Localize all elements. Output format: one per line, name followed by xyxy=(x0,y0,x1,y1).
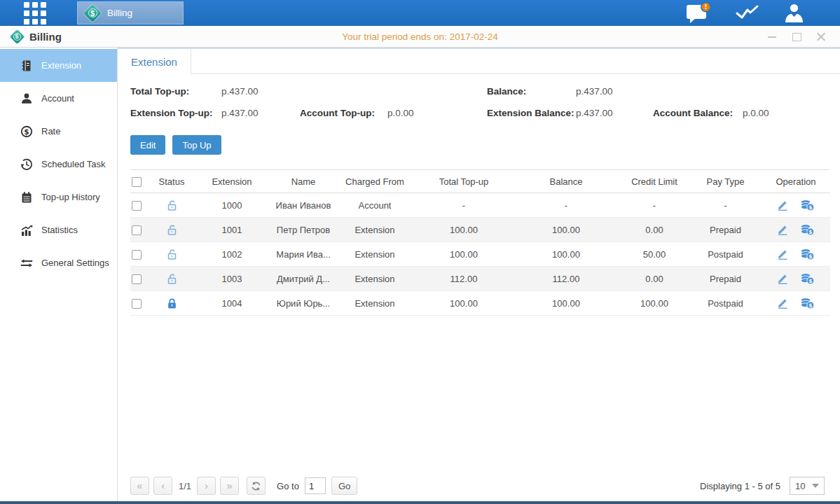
clock-history-icon xyxy=(20,158,33,171)
svg-text:$: $ xyxy=(808,228,812,234)
cell-pay-type: - xyxy=(689,193,762,218)
bottom-strip xyxy=(0,501,840,504)
sidebar-item-scheduled-task[interactable]: Scheduled Task xyxy=(0,148,117,181)
system-topbar: $ Billing ! xyxy=(0,0,840,26)
last-page-button[interactable]: » xyxy=(220,477,239,495)
go-button[interactable]: Go xyxy=(331,477,357,495)
billing-app-icon: $ xyxy=(10,29,24,43)
topup-coins-icon[interactable]: $ xyxy=(800,273,815,285)
row-checkbox[interactable] xyxy=(132,250,142,260)
edit-icon[interactable] xyxy=(777,248,789,260)
displaying-text: Displaying 1 - 5 of 5 xyxy=(700,481,780,491)
edit-icon[interactable] xyxy=(777,200,789,211)
topup-coins-icon[interactable]: $ xyxy=(800,248,815,260)
cell-name: Дмитрий Д... xyxy=(272,267,335,291)
edit-button[interactable]: Edit xyxy=(130,135,165,155)
page-size-select[interactable]: 10 xyxy=(790,477,825,495)
page-indicator: 1/1 xyxy=(179,481,191,491)
extension-table: StatusExtensionNameCharged FromTotal Top… xyxy=(130,169,830,316)
cell-name: Мария Ива... xyxy=(272,242,335,267)
row-checkbox[interactable] xyxy=(132,299,142,309)
chart-icon[interactable] xyxy=(736,4,759,22)
window-title: Billing xyxy=(29,31,62,43)
app-launcher-grid-icon[interactable] xyxy=(24,2,46,24)
cell-total-top-up: 100.00 xyxy=(415,291,513,316)
sidebar-item-label: Statistics xyxy=(41,225,78,235)
billing-app-window: $ Billing ! xyxy=(0,0,840,504)
row-checkbox[interactable] xyxy=(132,274,142,284)
cell-credit-limit: 0.00 xyxy=(619,218,689,242)
svg-text:$: $ xyxy=(808,204,812,210)
maximize-icon[interactable] xyxy=(792,31,801,41)
status-unlocked-icon xyxy=(166,200,178,211)
edit-icon[interactable] xyxy=(777,224,789,235)
status-locked-icon xyxy=(166,298,178,309)
cell-credit-limit: 50.00 xyxy=(619,242,689,267)
cell-pay-type: Postpaid xyxy=(689,291,762,316)
cell-balance: 112.00 xyxy=(513,267,619,291)
table-row: 1000Иван ИвановAccount----$ xyxy=(130,193,830,218)
row-checkbox[interactable] xyxy=(132,201,142,211)
user-icon[interactable] xyxy=(783,3,805,24)
cell-pay-type: Prepaid xyxy=(689,218,762,242)
trial-notice: Your trial period ends on: 2017-02-24 xyxy=(0,31,840,42)
tab-label: Extension xyxy=(131,56,177,68)
refresh-icon[interactable] xyxy=(247,477,266,495)
goto-page-input[interactable] xyxy=(305,477,326,494)
sidebar-item-label: Account xyxy=(41,93,74,104)
row-checkbox[interactable] xyxy=(132,225,142,235)
sidebar-item-rate[interactable]: $Rate xyxy=(0,115,117,148)
sidebar-item-label: Top-up History xyxy=(41,192,100,202)
table-row: 1003Дмитрий Д...Extension112.00112.000.0… xyxy=(130,267,830,291)
close-icon[interactable] xyxy=(816,31,826,41)
cell-credit-limit: 0.00 xyxy=(619,267,689,291)
extension-balance-label: Extension Balance: xyxy=(487,108,576,118)
sidebar-item-statistics[interactable]: Statistics xyxy=(0,214,117,246)
account-balance-label: Account Balance: xyxy=(653,108,743,118)
cell-total-top-up: 112.00 xyxy=(415,267,513,291)
top-up-button[interactable]: Top Up xyxy=(172,135,221,155)
cell-total-top-up: 100.00 xyxy=(415,242,513,267)
extension-topup-label: Extension Top-up: xyxy=(130,108,221,118)
col-header-name: Name xyxy=(272,170,335,193)
tab-extension[interactable]: Extension xyxy=(118,49,191,74)
topup-coins-icon[interactable]: $ xyxy=(800,224,815,236)
svg-text:$: $ xyxy=(24,127,29,135)
total-topup-label: Total Top-up: xyxy=(130,86,221,97)
cell-extension: 1004 xyxy=(192,291,272,316)
topup-coins-icon[interactable]: $ xyxy=(800,298,815,309)
edit-icon[interactable] xyxy=(777,273,789,284)
taskbar-tab-label: Billing xyxy=(107,8,132,18)
col-header-charged-from: Charged From xyxy=(335,170,415,193)
extension-balance-value: p.437.00 xyxy=(576,108,653,118)
next-page-button[interactable]: › xyxy=(197,477,216,495)
billing-diamond-icon: $ xyxy=(84,5,101,22)
minimize-icon[interactable] xyxy=(767,31,777,41)
pagination-bar: « ‹ 1/1 › » Go to Go xyxy=(130,476,825,496)
sidebar-item-label: Extension xyxy=(41,60,81,71)
sidebar-item-general-settings[interactable]: General Settings xyxy=(0,246,117,279)
taskbar-tab-billing[interactable]: $ Billing xyxy=(77,1,184,24)
sidebar-item-extension[interactable]: Extension xyxy=(0,49,117,82)
table-body: 1000Иван ИвановAccount----$1001Петр Петр… xyxy=(130,193,830,316)
messages-icon[interactable]: ! xyxy=(686,2,712,24)
select-all-checkbox[interactable] xyxy=(132,177,142,187)
sidebar-item-top-up-history[interactable]: Top-up History xyxy=(0,181,117,214)
balance-value: p.437.00 xyxy=(576,86,613,97)
prev-page-button[interactable]: ‹ xyxy=(153,477,172,495)
tab-bar: Extension xyxy=(118,49,840,74)
table-header-row: StatusExtensionNameCharged FromTotal Top… xyxy=(130,170,830,193)
topup-coins-icon[interactable]: $ xyxy=(800,200,815,211)
stats-chart-icon xyxy=(20,224,33,237)
first-page-button[interactable]: « xyxy=(130,477,149,495)
cell-balance: 100.00 xyxy=(513,218,619,242)
account-topup-label: Account Top-up: xyxy=(300,108,387,118)
edit-icon[interactable] xyxy=(777,298,789,309)
col-header-total-top-up: Total Top-up xyxy=(415,170,513,193)
sidebar-item-account[interactable]: Account xyxy=(0,82,117,115)
cell-pay-type: Postpaid xyxy=(689,242,762,267)
cell-total-top-up: - xyxy=(415,193,513,218)
cell-balance: 100.00 xyxy=(513,242,619,267)
svg-text:$: $ xyxy=(808,277,812,284)
window-titlebar: $ Billing Your trial period ends on: 201… xyxy=(0,26,840,48)
